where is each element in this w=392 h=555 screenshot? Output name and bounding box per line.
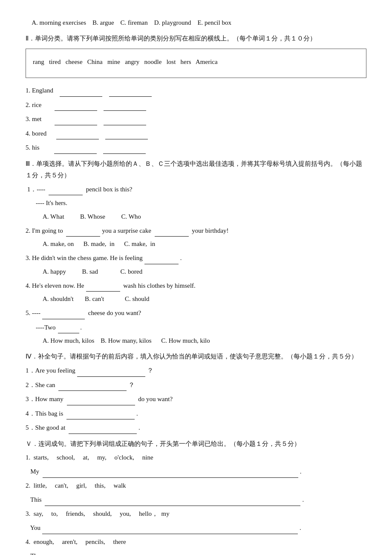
blank-c5 bbox=[69, 421, 137, 434]
blank-5b bbox=[103, 141, 146, 154]
mc-q3-options: A. happy B. sad C. bored bbox=[43, 266, 366, 278]
blank-2b bbox=[104, 98, 146, 111]
blank-3a bbox=[55, 113, 97, 125]
blank-c1 bbox=[77, 364, 145, 377]
blank-r1 bbox=[43, 465, 298, 478]
blank-mc3 bbox=[144, 251, 179, 264]
complete-q4: 4．This bag is . bbox=[26, 407, 366, 420]
mc-q2-options: A. make, on B. made, in C. make, in bbox=[43, 238, 366, 250]
reorder-q3-line: You . bbox=[26, 521, 366, 534]
mc-q5-sub: ----Two . bbox=[36, 321, 366, 334]
blank-mc4 bbox=[86, 279, 120, 292]
reorder-q2-words: 2. little, can't, girl, this, walk bbox=[26, 480, 366, 492]
word-class-item-2: 2. rice bbox=[26, 98, 366, 111]
complete-q1: 1．Are you feeling ？ bbox=[26, 364, 366, 377]
mc-q1: 1．---- pencil box is this? bbox=[26, 183, 366, 196]
word-list: rang tired cheese China mine angry noodl… bbox=[33, 58, 218, 65]
reorder-q3-words: 3. say, to, friends, should, you, hello，… bbox=[26, 508, 366, 520]
mc-q4-options: A. shouldn't B. can't C. should bbox=[43, 293, 366, 305]
section2-title: Ⅱ．单词分类。请将下列单词按照所给单词的类别分别写在相应的横线上。（每个单词１分… bbox=[26, 33, 366, 44]
blank-c3 bbox=[67, 393, 135, 405]
blank-mc2b bbox=[155, 224, 189, 237]
section-word-classification: Ⅱ．单词分类。请将下列单词按照所给单词的类别分别写在相应的横线上。（每个单词１分… bbox=[26, 33, 366, 154]
mc-q4: 4. He's eleven now. He wash his clothes … bbox=[26, 279, 366, 292]
blank-c2 bbox=[58, 379, 127, 391]
mc-q1-options: A. What B. Whose C. Who bbox=[43, 211, 366, 223]
blank-4a bbox=[56, 127, 99, 140]
word-class-item-4: 4. bored bbox=[26, 127, 366, 140]
blank-r2 bbox=[45, 493, 300, 506]
blank-1b bbox=[109, 84, 152, 97]
blank-r4 bbox=[47, 549, 303, 555]
blank-c4 bbox=[66, 407, 135, 420]
blank-r3 bbox=[42, 521, 298, 534]
options-line: A. morning exercises B. argue C. fireman… bbox=[26, 17, 366, 29]
reorder-q4-line: There . bbox=[26, 549, 366, 555]
section-reorder: Ｖ．连词成句。请把下列单词组成正确的句子，开头第一个单词已给出。（每小题１分，共… bbox=[26, 438, 366, 555]
word-class-item-1: 1. England bbox=[26, 84, 366, 97]
section-options: A. morning exercises B. argue C. fireman… bbox=[26, 17, 366, 29]
blank-2a bbox=[55, 98, 97, 111]
mc-q5: 5. ---- cheese do you want? bbox=[26, 306, 366, 319]
reorder-q4-words: 4. enough, aren't, pencils, there bbox=[26, 536, 366, 548]
reorder-q1-words: 1. starts, school, at, my, o'clock, nine bbox=[26, 451, 366, 464]
section-complete-sentences: Ⅳ．补全句子。请根据句子的前后内容，填入你认为恰当的单词或短语，使该句子意思完整… bbox=[26, 351, 366, 434]
reorder-q1-line: My . bbox=[26, 465, 366, 478]
complete-q2: 2．She can ？ bbox=[26, 379, 366, 391]
mc-q2: 2. I'm going to you a surprise cake your… bbox=[26, 224, 366, 237]
blank-mc5b bbox=[58, 321, 79, 334]
mc-q5-options: A. How much, kilos B. How many, kilos C.… bbox=[43, 335, 366, 347]
mc-q1-sub: ---- It's hers. bbox=[36, 197, 366, 209]
blank-1a bbox=[60, 84, 102, 97]
section3-title: Ⅲ．单项选择。请从下列每小题所给的Ａ、Ｂ、Ｃ三个选项中选出最佳选项，并将其字母标… bbox=[26, 158, 366, 181]
blank-3b bbox=[104, 113, 146, 125]
blank-5a bbox=[54, 141, 97, 154]
reorder-q2-line: This . bbox=[26, 493, 366, 506]
blank-mc1 bbox=[49, 183, 83, 196]
word-box: rang tired cheese China mine angry noodl… bbox=[26, 49, 366, 78]
blank-mc2a bbox=[66, 224, 100, 237]
word-class-item-3: 3. met bbox=[26, 113, 366, 125]
word-class-item-5: 5. his bbox=[26, 141, 366, 154]
mc-q3: 3. He didn't win the chess game. He is f… bbox=[26, 251, 366, 264]
section-multiple-choice: Ⅲ．单项选择。请从下列每小题所给的Ａ、Ｂ、Ｃ三个选项中选出最佳选项，并将其字母标… bbox=[26, 158, 366, 347]
section4-title: Ⅳ．补全句子。请根据句子的前后内容，填入你认为恰当的单词或短语，使该句子意思完整… bbox=[26, 351, 366, 362]
blank-mc5a bbox=[42, 306, 85, 319]
blank-4b bbox=[105, 127, 148, 140]
section5-title: Ｖ．连词成句。请把下列单词组成正确的句子，开头第一个单词已给出。（每小题１分，共… bbox=[26, 438, 366, 450]
complete-q5: 5．She good at . bbox=[26, 421, 366, 434]
complete-q3: 3．How many do you want? bbox=[26, 393, 366, 405]
